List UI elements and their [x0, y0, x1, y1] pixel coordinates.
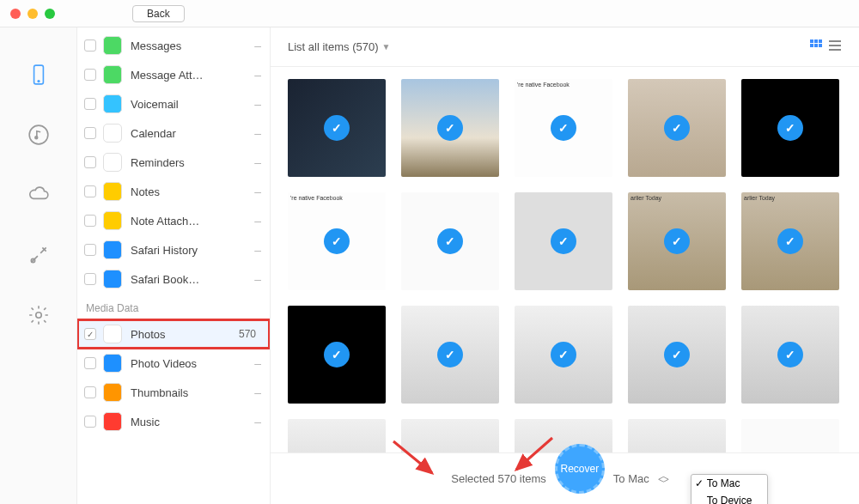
category-item-calendar[interactable]: Calendar–	[77, 118, 270, 148]
chevron-down-icon: ▼	[381, 42, 390, 52]
category-checkbox[interactable]	[84, 39, 96, 52]
filter-dropdown[interactable]: List all items (570) ▼	[288, 40, 390, 53]
photo-thumbnail[interactable]	[401, 192, 499, 290]
category-checkbox[interactable]	[84, 98, 96, 110]
photo-thumbnail[interactable]	[741, 306, 839, 404]
destination-option[interactable]: To Device	[691, 492, 767, 505]
filter-label: List all items (570)	[288, 40, 378, 53]
category-label: Notes	[131, 185, 254, 198]
category-item-voicemail[interactable]: Voicemail–	[77, 89, 270, 118]
category-item-safari-history[interactable]: Safari History–	[77, 235, 270, 264]
content-toolbar: List all items (570) ▼	[271, 27, 859, 67]
rail-settings-icon[interactable]	[26, 302, 52, 328]
category-checkbox[interactable]	[84, 386, 96, 398]
photo-thumbnail[interactable]: 're native Facebook	[515, 79, 612, 177]
category-label: Reminders	[131, 156, 254, 169]
category-item-note-attach-[interactable]: Note Attach…–	[77, 206, 270, 235]
photo-thumbnail[interactable]	[515, 306, 612, 404]
photo-thumbnail[interactable]	[628, 306, 726, 404]
category-icon	[103, 325, 122, 343]
category-checkbox[interactable]	[84, 416, 96, 428]
rail-tools-icon[interactable]	[26, 242, 52, 268]
photo-thumbnail[interactable]	[741, 79, 839, 177]
category-item-safari-book-[interactable]: Safari Book…–	[77, 264, 270, 294]
rail-cloud-icon[interactable]	[26, 182, 52, 208]
photo-thumbnail[interactable]	[401, 79, 499, 177]
back-button[interactable]: Back	[132, 5, 185, 22]
content-area: List all items (570) ▼ 're native Facebo…	[271, 27, 859, 504]
minimize-window-button[interactable]	[27, 9, 38, 19]
category-checkbox[interactable]	[84, 328, 96, 340]
maximize-window-button[interactable]	[45, 9, 55, 19]
thumb-text: arlier Today	[628, 192, 726, 204]
category-icon	[103, 36, 122, 55]
category-checkbox[interactable]	[84, 156, 96, 168]
rail-device-icon[interactable]	[26, 62, 52, 88]
category-label: Calendar	[131, 127, 254, 140]
svg-point-3	[34, 137, 37, 139]
thumb-text: arlier Today	[741, 192, 839, 204]
photo-thumbnail[interactable]	[401, 306, 499, 404]
category-checkbox[interactable]	[84, 357, 96, 369]
category-count: 570	[239, 328, 256, 340]
selected-check-icon	[324, 115, 350, 141]
category-item-music[interactable]: Music–	[77, 407, 270, 436]
category-dash: –	[254, 272, 261, 286]
category-checkbox[interactable]	[84, 273, 96, 285]
selected-check-icon	[437, 115, 463, 141]
category-item-thumbnails[interactable]: Thumbnails–	[77, 378, 270, 407]
photo-thumbnail[interactable]	[515, 192, 612, 290]
photo-thumbnail[interactable]: 're native Facebook	[288, 192, 386, 290]
category-dash: –	[254, 243, 261, 257]
thumb-text: 're native Facebook	[288, 192, 386, 204]
category-dash: –	[254, 356, 261, 370]
category-item-reminders[interactable]: Reminders–	[77, 148, 270, 177]
svg-rect-11	[819, 44, 822, 47]
category-dash: –	[254, 214, 261, 228]
photo-grid: 're native Facebook're native Facebookar…	[271, 67, 859, 504]
category-item-notes[interactable]: Notes–	[77, 177, 270, 206]
category-item-messages[interactable]: Messages–	[77, 31, 270, 60]
category-label: Safari Book…	[131, 273, 254, 286]
left-rail	[0, 27, 77, 504]
destination-stepper[interactable]: ︿﹀	[658, 473, 670, 485]
selected-check-icon	[777, 228, 803, 254]
category-icon	[103, 354, 122, 373]
category-checkbox[interactable]	[84, 69, 96, 81]
category-icon	[103, 182, 122, 201]
svg-rect-12	[829, 40, 841, 42]
category-label: Photos	[131, 328, 239, 341]
category-label: Message Att…	[131, 69, 254, 82]
svg-rect-10	[814, 44, 818, 47]
photo-thumbnail[interactable]: arlier Today	[628, 192, 726, 290]
category-checkbox[interactable]	[84, 127, 96, 139]
category-item-message-att-[interactable]: Message Att…–	[77, 60, 270, 89]
selected-check-icon	[777, 342, 803, 367]
recover-button[interactable]: Recover	[555, 444, 605, 494]
category-item-photos[interactable]: Photos570	[77, 319, 270, 349]
category-label: Photo Videos	[131, 357, 254, 370]
selected-check-icon	[664, 115, 690, 141]
category-dash: –	[254, 155, 261, 169]
grid-row	[288, 306, 842, 404]
close-window-button[interactable]	[10, 9, 21, 19]
category-icon	[103, 94, 122, 113]
category-item-photo-videos[interactable]: Photo Videos–	[77, 349, 270, 378]
grid-view-button[interactable]	[809, 39, 823, 56]
list-view-button[interactable]	[828, 39, 842, 56]
photo-thumbnail[interactable]	[628, 79, 726, 177]
svg-point-2	[29, 125, 48, 144]
photo-thumbnail[interactable]: arlier Today	[741, 192, 839, 290]
category-checkbox[interactable]	[84, 215, 96, 227]
category-checkbox[interactable]	[84, 244, 96, 256]
category-icon	[103, 124, 122, 143]
photo-thumbnail[interactable]	[288, 79, 386, 177]
category-checkbox[interactable]	[84, 185, 96, 197]
rail-music-icon[interactable]	[26, 122, 52, 148]
category-dash: –	[254, 386, 261, 399]
destination-option[interactable]: To Mac	[691, 475, 767, 492]
category-label: Messages	[131, 39, 254, 52]
photo-thumbnail[interactable]	[288, 306, 386, 404]
category-label: Voicemail	[131, 98, 254, 111]
category-sidebar: Messages–Message Att…–Voicemail–Calendar…	[77, 27, 271, 504]
